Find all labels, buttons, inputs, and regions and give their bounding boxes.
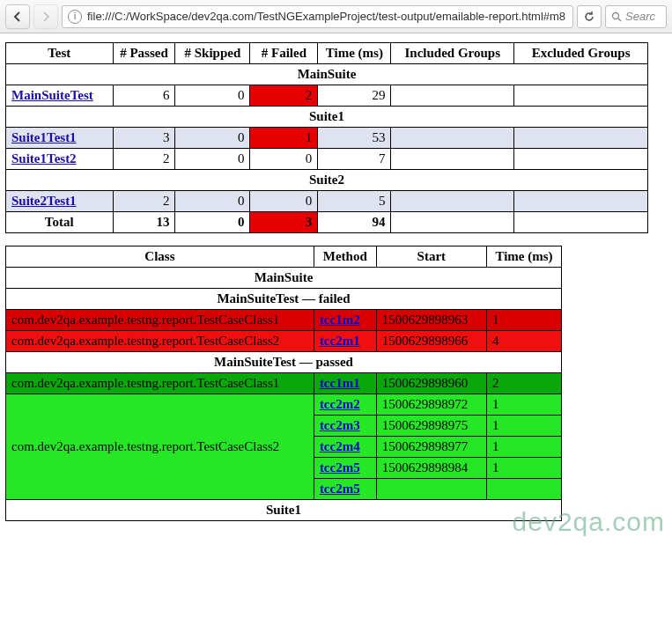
- browser-toolbar: i file:///C:/WorkSpace/dev2qa.com/TestNG…: [0, 0, 672, 33]
- method-link[interactable]: tcc2m5: [320, 460, 360, 475]
- method-link[interactable]: tcc1m2: [320, 313, 360, 327]
- svg-point-0: [613, 12, 619, 18]
- details-header: Method: [314, 246, 376, 268]
- method-link[interactable]: tcc2m2: [320, 397, 360, 411]
- method-link[interactable]: tcc2m4: [320, 439, 360, 453]
- summary-row: MainSuiteTest60229: [6, 85, 648, 107]
- method-link[interactable]: tcc2m1: [320, 334, 360, 348]
- summary-header: # Skipped: [175, 43, 250, 64]
- details-row: com.dev2qa.example.testng.report.TestCas…: [6, 373, 562, 394]
- total-row: Total130394: [6, 212, 648, 233]
- suite-header: Suite2: [6, 170, 648, 191]
- url-text: file:///C:/WorkSpace/dev2qa.com/TestNGEx…: [87, 10, 567, 23]
- test-link[interactable]: Suite1Test1: [11, 130, 77, 144]
- suite-header: MainSuite: [6, 64, 648, 85]
- test-link[interactable]: Suite2Test1: [11, 194, 77, 208]
- search-box[interactable]: Searc: [605, 5, 667, 28]
- details-section: MainSuite: [6, 268, 562, 289]
- search-placeholder: Searc: [625, 10, 655, 23]
- test-link[interactable]: Suite1Test2: [11, 151, 77, 166]
- search-icon: [611, 11, 622, 22]
- summary-header: # Passed: [113, 43, 175, 64]
- method-link[interactable]: tcc2m5: [320, 482, 360, 496]
- details-header: Time (ms): [487, 246, 562, 268]
- details-header: Start: [376, 246, 486, 268]
- info-icon[interactable]: i: [68, 10, 82, 24]
- reload-button[interactable]: [577, 5, 602, 28]
- summary-header: Excluded Groups: [514, 43, 648, 64]
- details-group: MainSuiteTest — passed: [6, 352, 562, 373]
- summary-row: Suite2Test12005: [6, 191, 648, 212]
- svg-line-1: [618, 18, 621, 21]
- suite-header: Suite1: [6, 107, 648, 128]
- back-button[interactable]: [5, 4, 30, 29]
- details-header: Class: [6, 246, 314, 268]
- summary-header: Time (ms): [318, 43, 391, 64]
- summary-header: # Failed: [250, 43, 318, 64]
- summary-header: Test: [6, 43, 114, 64]
- details-row: com.dev2qa.example.testng.report.TestCas…: [6, 331, 562, 352]
- summary-row: Suite1Test22007: [6, 149, 648, 170]
- summary-row: Suite1Test130153: [6, 128, 648, 149]
- method-link[interactable]: tcc2m3: [320, 418, 360, 432]
- details-row: com.dev2qa.example.testng.report.TestCas…: [6, 394, 562, 416]
- url-bar[interactable]: i file:///C:/WorkSpace/dev2qa.com/TestNG…: [62, 5, 573, 28]
- details-section: Suite1: [6, 500, 562, 521]
- details-group: MainSuiteTest — failed: [6, 289, 562, 310]
- details-row: com.dev2qa.example.testng.report.TestCas…: [6, 310, 562, 331]
- test-link[interactable]: MainSuiteTest: [11, 88, 93, 102]
- forward-button[interactable]: [33, 4, 58, 29]
- summary-table: Test# Passed# Skipped# FailedTime (ms)In…: [5, 42, 648, 233]
- details-table: ClassMethodStartTime (ms) MainSuiteMainS…: [5, 246, 562, 521]
- method-link[interactable]: tcc1m1: [320, 376, 360, 390]
- summary-header: Included Groups: [391, 43, 514, 64]
